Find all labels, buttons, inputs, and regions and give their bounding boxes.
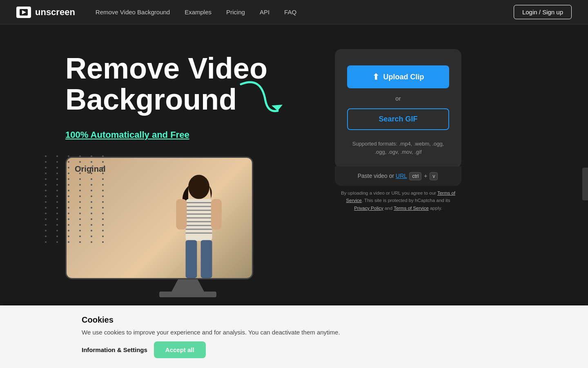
dot [68,218,69,220]
svg-rect-16 [186,240,197,278]
upload-card: ⬆ Upload Clip or Search GIF Supported fo… [335,49,461,212]
dot [56,241,58,243]
svg-rect-4 [186,199,212,241]
svg-rect-8 [186,213,212,215]
dot [56,236,58,237]
svg-rect-14 [176,199,187,229]
dot [102,201,104,203]
dot [68,213,69,214]
dot [79,224,81,226]
nav-item-faq[interactable]: FAQ [284,9,296,16]
upload-icon: ⬆ [372,72,379,82]
url-link[interactable]: URL [396,173,407,179]
cookie-title: Cookies [82,315,506,325]
hero-title: Remove Video Background [65,53,286,122]
arrow-icon [237,80,286,123]
dot [68,201,69,203]
dot [45,213,47,214]
dot [91,230,92,231]
cookie-description: We use cookies to improve your experienc… [82,329,506,336]
svg-rect-7 [186,210,212,211]
dot [56,201,58,203]
dot [45,201,47,203]
terms-of-service-link-2[interactable]: Terms of Service [394,206,429,211]
upload-box: ⬆ Upload Clip or Search GIF Supported fo… [335,49,461,168]
svg-rect-12 [186,229,212,230]
dot [102,207,104,209]
upload-clip-button[interactable]: ⬆ Upload Clip [347,65,449,88]
dot [68,236,69,237]
svg-rect-5 [186,202,212,203]
supported-formats: Supported formats: .mp4, .webm, .ogg, .o… [347,140,449,156]
ctrl-key: ctrl [409,172,421,180]
hero-subtitle: 100% Automatically and Free [65,130,310,140]
dot [56,213,58,214]
dot [45,236,47,237]
dot [56,224,58,226]
dot [45,241,47,243]
nav-item-api[interactable]: API [260,9,270,16]
hero-title-line1: Remove Video [65,53,286,84]
dot [45,207,47,209]
dot [79,213,81,214]
dot [68,230,69,231]
dot [91,201,92,203]
monitor-stand [172,279,204,292]
cookie-banner: Cookies We use cookies to improve your e… [0,305,588,368]
dot [91,241,92,243]
dot [102,230,104,231]
or-divider: or [395,95,401,102]
logo-icon [16,7,31,18]
dot [91,213,92,214]
scrollbar-hint [582,168,588,200]
dot [102,224,104,226]
v-key: v [430,172,438,180]
nav-item-examples[interactable]: Examples [185,9,212,16]
dot [56,218,58,220]
navbar: unscreen Remove Video Background Example… [0,0,588,25]
svg-rect-11 [186,225,212,226]
dot [102,241,104,243]
cookie-actions: Information & Settings Accept all [82,341,506,358]
information-settings-button[interactable]: Information & Settings [82,346,147,353]
svg-rect-17 [201,240,212,278]
hero-title-line2: Background [65,84,286,123]
search-gif-button[interactable]: Search GIF [347,108,449,130]
dot [45,218,47,220]
dot [68,207,69,209]
logo[interactable]: unscreen [16,7,75,18]
brand-name: unscreen [35,7,75,18]
dot [79,218,81,220]
terms-text: By uploading a video or URL you agree to… [335,189,461,212]
login-signup-button[interactable]: Login / Sign up [514,5,572,19]
dot [68,241,69,243]
dot [79,236,81,237]
accept-all-button[interactable]: Accept all [154,341,206,358]
dot [56,207,58,209]
dot [68,224,69,226]
dot [79,241,81,243]
dot [91,207,92,209]
dot [102,218,104,220]
nav-item-remove-background[interactable]: Remove Video Background [96,9,170,16]
svg-rect-15 [211,199,222,229]
hero-section: Remove Video Background 100% Automatical… [0,25,588,322]
svg-rect-6 [186,206,212,207]
dot [91,224,92,226]
dot [79,201,81,203]
nav-links: Remove Video Background Examples Pricing… [96,9,514,16]
privacy-policy-link[interactable]: Privacy Policy [354,206,383,211]
dots-decoration: // Generate dots via JS (function() { co… [45,155,109,243]
hero-content: Remove Video Background 100% Automatical… [65,53,310,297]
dot [79,207,81,209]
dot [102,213,104,214]
paste-section: Paste video or URL ctrl + v [335,166,461,186]
dot [91,236,92,237]
svg-rect-9 [186,218,212,219]
nav-item-pricing[interactable]: Pricing [226,9,245,16]
svg-rect-13 [186,233,212,234]
dot [45,230,47,231]
dot [45,224,47,226]
svg-rect-10 [186,221,212,222]
dot [56,230,58,231]
